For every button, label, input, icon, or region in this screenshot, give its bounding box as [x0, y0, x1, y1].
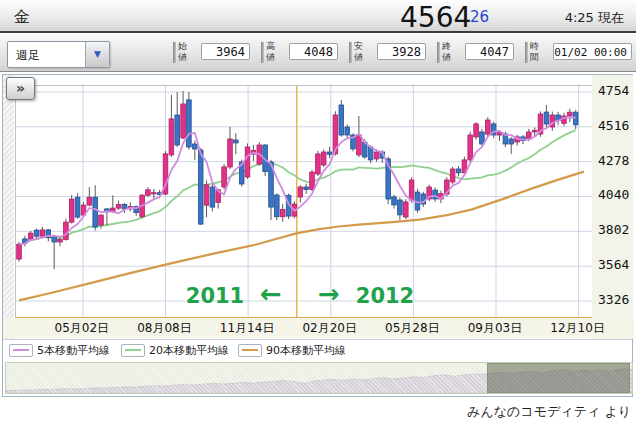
y-tick-label: 4040 [598, 187, 636, 202]
y-axis-labels: 4754451642784040380235643326 [592, 75, 633, 339]
x-tick-label: 12月10日 [545, 320, 611, 337]
ma-legend: 5本移動平均線20本移動平均線90本移動平均線 [3, 339, 632, 360]
right-arrow-icon: → [310, 279, 348, 309]
x-axis-labels: 05月02日08月08日11月14日02月20日05月28日09月03日12月1… [3, 318, 634, 338]
overview-selection[interactable] [487, 363, 630, 393]
trading-chart-widget: 金 4564 26 4:25 現在 週足 ▼ 始値3964高値4048安値392… [0, 0, 636, 435]
left-arrow-icon: ← [252, 279, 290, 309]
field-value-3: 3928 [377, 43, 426, 60]
annotation-year-2012: 2012 [354, 284, 416, 308]
field-value-2: 4048 [289, 43, 338, 60]
field-value-1: 3964 [201, 43, 250, 60]
legend-line-icon [242, 349, 258, 351]
field-value-4: 4047 [465, 43, 514, 60]
current-price: 4564 [400, 1, 471, 34]
field-label-3: 安値 [354, 41, 366, 63]
header-bar: 金 4564 26 4:25 現在 [0, 0, 636, 33]
field-divider [173, 42, 176, 63]
chevron-down-icon: ▼ [94, 49, 101, 59]
timeframe-value: 週足 [16, 47, 40, 64]
x-tick-label: 08月08日 [132, 320, 198, 337]
y-tick-label: 4754 [598, 83, 636, 98]
legend-line-icon [125, 349, 141, 351]
field-value-5: 01/02 00:00 [553, 43, 632, 60]
field-divider [525, 42, 528, 63]
field-divider [261, 42, 264, 63]
legend-swatch [9, 344, 33, 357]
legend-label: 20本移動平均線 [149, 343, 229, 358]
timeframe-select[interactable]: 週足 ▼ [7, 41, 110, 68]
field-label-2: 高値 [266, 41, 278, 63]
candlestick-plot[interactable]: 2011 ← → 2012 [15, 85, 593, 318]
x-tick-label: 05月02日 [49, 320, 115, 337]
y-tick-label: 3326 [598, 292, 636, 307]
x-tick-label: 11月14日 [214, 320, 280, 337]
source-caption: みんなのコモディティ より [467, 403, 631, 421]
chart-canvas[interactable] [16, 86, 592, 317]
chart-panel: » 2011 ← → 2012 475445164278404038023564… [2, 74, 633, 397]
y-tick-label: 4278 [598, 153, 636, 168]
legend-swatch [238, 344, 262, 357]
overview-minimap[interactable] [5, 362, 633, 394]
quote-time: 4:25 現在 [565, 9, 624, 27]
y-tick-label: 3564 [598, 257, 636, 272]
legend-line-icon [13, 349, 29, 351]
y-tick-label: 4516 [598, 118, 636, 133]
field-label-5: 時間 [530, 41, 542, 63]
field-divider [437, 42, 440, 63]
x-tick-label: 02月20日 [297, 320, 363, 337]
current-price-fraction: 26 [470, 8, 489, 26]
field-label-4: 終値 [442, 41, 454, 63]
collapsed-sidebar-strip [3, 75, 14, 339]
legend-swatch [121, 344, 145, 357]
x-tick-label: 09月03日 [462, 320, 528, 337]
expand-panel-button[interactable]: » [6, 77, 35, 100]
instrument-name: 金 [14, 7, 30, 28]
field-label-1: 始値 [178, 41, 190, 63]
y-tick-label: 3802 [598, 222, 636, 237]
toolbar: 週足 ▼ 始値3964高値4048安値3928終値4047時間01/02 00:… [0, 33, 636, 72]
field-divider [349, 42, 352, 63]
legend-label: 90本移動平均線 [266, 343, 346, 358]
x-tick-label: 05月28日 [379, 320, 445, 337]
legend-label: 5本移動平均線 [37, 343, 110, 358]
dropdown-button[interactable]: ▼ [85, 42, 109, 67]
annotation-year-2011: 2011 [184, 284, 246, 308]
